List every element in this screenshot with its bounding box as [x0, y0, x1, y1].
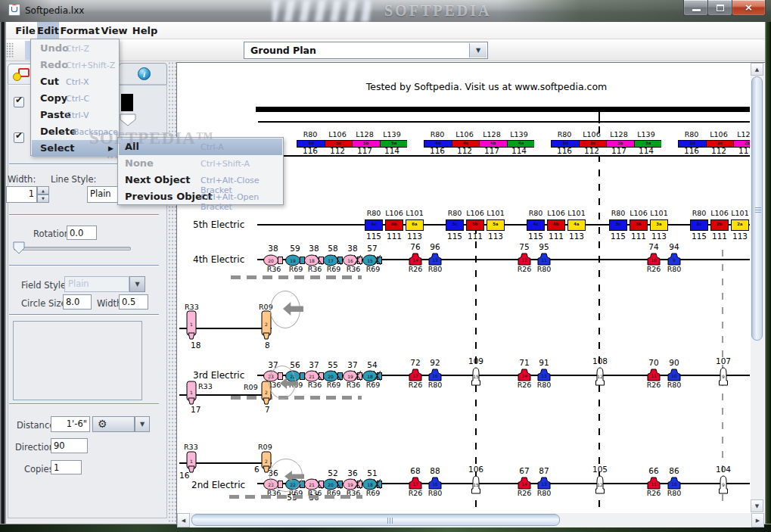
channel-number: 117	[357, 146, 372, 155]
copies-field[interactable]: 1	[51, 460, 82, 474]
strip-cell-fixture[interactable]: 3b	[630, 219, 648, 231]
menu-item-redo[interactable]: RedoCtrl+Shift-Z	[32, 57, 118, 73]
rotation-field[interactable]: 0.0	[67, 226, 97, 240]
channel-number: 58	[328, 244, 337, 253]
gear-dropdown[interactable]: ⚙	[92, 416, 135, 432]
menu-help[interactable]: Help	[132, 22, 158, 39]
scroll-left-button[interactable]: ◀	[177, 513, 190, 527]
svg-text:11: 11	[651, 481, 657, 487]
menu-item-paste[interactable]: PasteCtrl-V	[32, 107, 118, 123]
scroll-right-button[interactable]: ▶	[751, 513, 764, 527]
svg-text:19: 19	[347, 482, 353, 487]
top-hat-fixture[interactable]: 9	[718, 474, 729, 498]
field-style-value[interactable]: Plain	[64, 276, 129, 292]
chevron-down-icon[interactable]: ▼	[469, 43, 487, 58]
gel-label: L101	[650, 209, 667, 217]
close-button[interactable]: ×	[732, 0, 766, 16]
title-bar[interactable]: SOFTPEDIA Softpedia.lxx ×	[0, 0, 771, 22]
svg-text:17: 17	[412, 481, 418, 487]
boom-fixture[interactable]: 1	[185, 310, 197, 344]
svg-text:9: 9	[722, 482, 725, 487]
gel-label: L128	[356, 130, 373, 138]
top-hat-fixture[interactable]: 12	[595, 366, 605, 390]
strip-cell-fixture[interactable]: 2a	[731, 219, 749, 231]
channel-number: 56	[290, 360, 300, 369]
strip-cell-fixture[interactable]: 5c	[446, 219, 464, 231]
channel-number: 8	[265, 341, 270, 350]
width-spinner[interactable]: 1	[6, 186, 37, 203]
gel-label: R80	[692, 209, 707, 217]
vertical-scrollbar[interactable]: ▲ ▼	[751, 63, 764, 512]
channel-number: 51	[367, 468, 377, 478]
window-icon[interactable]	[8, 4, 20, 16]
channel-number: 18	[191, 341, 201, 350]
unit-number: 4c	[456, 142, 474, 145]
minimize-button[interactable]	[683, 0, 708, 16]
menu-edit[interactable]: Edit	[37, 22, 59, 39]
top-hat-fixture[interactable]: 9	[718, 366, 729, 390]
gel-label: L106	[385, 209, 403, 217]
menu-item-next-object[interactable]: Next ObjectCtrl+Alt-Close Bracket	[119, 172, 282, 188]
rotation-slider-thumb[interactable]	[13, 241, 26, 257]
line-style-label: Line Style:	[51, 174, 96, 185]
menu-file[interactable]: File	[14, 22, 36, 39]
strip-cell-fixture[interactable]: 3c	[609, 219, 627, 231]
strip-cell-fixture[interactable]: 6a	[406, 219, 424, 231]
strip-cell-fixture[interactable]: 2b	[710, 219, 729, 231]
circle-size-field[interactable]: 8.0	[63, 294, 92, 310]
channel-number: 112	[457, 146, 472, 155]
channel-number: 112	[711, 146, 726, 155]
shadow-swatch[interactable]	[120, 114, 136, 129]
channel-number: 66	[648, 466, 658, 475]
spinner-down-button[interactable]: ▼	[37, 194, 49, 203]
spinner-up-button[interactable]: ▲	[37, 186, 49, 194]
distance-field[interactable]: 1'-6"	[51, 416, 90, 432]
menu-item-none[interactable]: NoneCtrl+Shift-A	[119, 155, 282, 172]
direction-field[interactable]: 90	[51, 438, 88, 453]
fill-color-swatch[interactable]	[121, 94, 133, 111]
strip-cell-fixture[interactable]: 4a	[567, 219, 586, 231]
scroll-up-button[interactable]: ▲	[751, 63, 763, 76]
layer-checkbox-1[interactable]: ✔	[14, 97, 24, 107]
gel-label: L106	[547, 209, 564, 217]
top-hat-fixture[interactable]: 12	[595, 474, 605, 498]
menu-item-previous-object[interactable]: Previous ObjectCtrl+Alt-Open Bracket	[119, 188, 282, 205]
horizontal-scrollbar-thumb[interactable]	[191, 514, 560, 526]
strip-cell-fixture[interactable]: 5b	[466, 219, 484, 231]
gel-label: L139	[637, 130, 654, 138]
channel-number: 86	[669, 466, 679, 475]
top-hat-fixture[interactable]: 15	[471, 366, 481, 390]
strip-cell-fixture[interactable]: 4b	[547, 219, 565, 231]
menu-item-copy[interactable]: CopyCtrl-C	[32, 90, 118, 107]
rotation-slider-track[interactable]	[14, 247, 131, 250]
gel-label: R26	[409, 381, 423, 389]
layer-checkbox-2[interactable]: ✔	[14, 132, 24, 143]
strip-cell-fixture[interactable]: 2c	[690, 219, 708, 231]
stroke-width-field[interactable]: 0.5	[119, 294, 148, 310]
gear-dropdown-button[interactable]: ▼	[135, 416, 150, 432]
tab-info[interactable]: i	[119, 63, 167, 85]
vertical-scrollbar-thumb[interactable]	[751, 76, 763, 341]
maximize-button[interactable]	[707, 0, 732, 16]
strip-cell-fixture[interactable]: 6c	[365, 219, 383, 231]
top-hat-fixture[interactable]: 15	[471, 474, 481, 498]
strip-cell-fixture[interactable]: 6b	[385, 219, 403, 231]
menu-format[interactable]: Format	[60, 22, 100, 39]
horizontal-scrollbar[interactable]: ◀ ▶	[177, 513, 764, 527]
channel-number: 111	[468, 232, 483, 241]
strip-cell-fixture[interactable]: 5a	[487, 219, 505, 231]
menu-item-cut[interactable]: CutCtrl-X	[32, 73, 118, 90]
field-style-dropdown-button[interactable]: ▼	[129, 276, 145, 292]
gel-label: R26	[409, 489, 423, 497]
toolbar-drag-handle[interactable]	[6, 42, 14, 58]
electric-label: 5th Electric	[193, 219, 244, 230]
strip-cell-fixture[interactable]: 3a	[650, 219, 668, 231]
scroll-down-button[interactable]: ▼	[751, 499, 763, 512]
strip-cell-fixture[interactable]: 4c	[527, 219, 545, 231]
menu-item-undo[interactable]: UndoCtrl-Z	[32, 40, 118, 57]
menu-view[interactable]: View	[100, 22, 129, 39]
svg-text:2: 2	[265, 459, 268, 464]
view-selector-dropdown[interactable]: Ground Plan ▼	[244, 42, 488, 59]
gel-label: L106	[583, 130, 600, 138]
electric-label: 3rd Electric	[193, 370, 244, 381]
